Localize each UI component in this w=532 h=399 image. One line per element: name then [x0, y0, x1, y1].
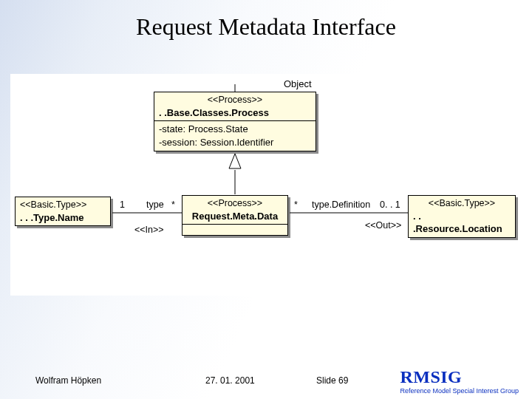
- svg-marker-2: [229, 154, 241, 168]
- slide-title: Request Metadata Interface: [0, 13, 532, 41]
- brand-logo: RMSIG: [400, 368, 519, 386]
- footer-date: 27. 01. 2001: [205, 375, 255, 386]
- footer-brand: RMSIG Reference Model Special Interest G…: [400, 368, 519, 395]
- brand-subtitle: Reference Model Special Interest Group: [400, 387, 519, 395]
- uml-diagram: Object <<Process>> . .Base.Classes.Proce…: [10, 74, 522, 296]
- connectors: [10, 74, 522, 296]
- footer-author: Wolfram Höpken: [35, 375, 101, 386]
- slide-footer: Wolfram Höpken 27. 01. 2001 Slide 69 RMS…: [0, 358, 532, 399]
- footer-slide-number: Slide 69: [316, 375, 348, 386]
